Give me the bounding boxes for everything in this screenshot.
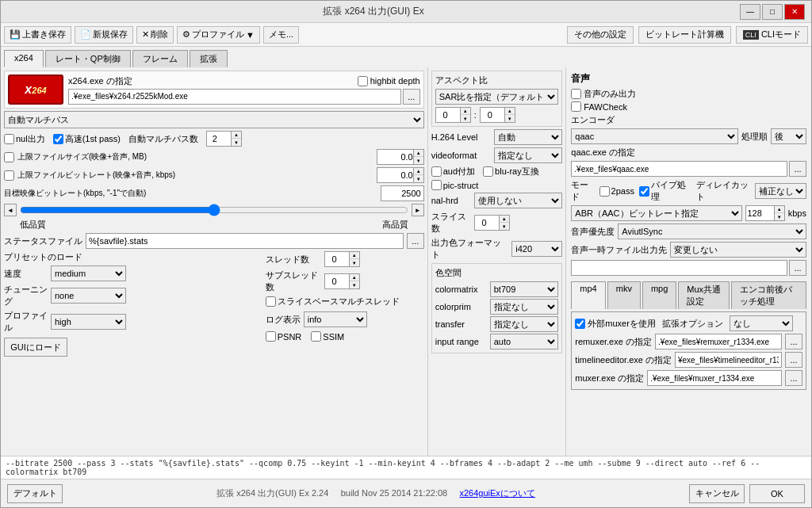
filesize-up-button[interactable]: ▲ — [414, 150, 423, 157]
bitrate-limit-input[interactable] — [377, 168, 413, 182]
filesize-down-button[interactable]: ▼ — [414, 157, 423, 164]
slices-input[interactable] — [475, 216, 499, 230]
aud-checkbox[interactable] — [431, 166, 442, 177]
fawcheck-checkbox[interactable] — [571, 101, 581, 112]
qaac-path-input[interactable] — [571, 161, 787, 177]
filesize-limit-input[interactable] — [377, 150, 413, 164]
tmpfile-browse-button[interactable]: ... — [789, 260, 806, 276]
inputrange-select[interactable]: auto — [490, 334, 559, 349]
minimize-button[interactable]: — — [740, 4, 760, 20]
kbps-down-button[interactable]: ▼ — [775, 213, 784, 220]
tab-rate-qp[interactable]: レート・QP制御 — [45, 50, 131, 67]
filesize-limit-checkbox[interactable] — [4, 152, 14, 162]
tuning-select[interactable]: none — [51, 288, 126, 304]
audio-only-checkbox[interactable] — [571, 89, 581, 99]
use-external-checkbox[interactable] — [575, 319, 585, 329]
thread-down-button[interactable]: ▼ — [350, 259, 359, 266]
subthread-down-button[interactable]: ▼ — [350, 281, 359, 288]
level-select[interactable]: 自動 — [494, 129, 563, 145]
subthread-up-button[interactable]: ▲ — [350, 274, 359, 281]
tab-extend[interactable]: 拡張 — [190, 50, 228, 67]
abr-select[interactable]: ABR（AAC）ビットレート指定 — [571, 205, 741, 221]
delay-select[interactable]: 補正なし — [755, 183, 806, 199]
stats-input[interactable] — [86, 233, 404, 249]
tab-mp4[interactable]: mp4 — [571, 281, 605, 309]
tab-mux-common[interactable]: Mux共通設定 — [678, 281, 730, 309]
other-settings-button[interactable]: その他の設定 — [567, 26, 634, 44]
pic-struct-checkbox[interactable] — [431, 180, 442, 190]
ssim-checkbox[interactable] — [311, 331, 321, 342]
profile-button[interactable]: ⚙ プロファイル ▼ — [177, 26, 260, 44]
slider-right-button[interactable]: ► — [412, 204, 424, 216]
sar-w-input[interactable] — [436, 108, 460, 122]
slider-left-button[interactable]: ◄ — [4, 204, 17, 216]
tab-mpg[interactable]: mpg — [642, 281, 676, 309]
sar-w-up-button[interactable]: ▲ — [461, 108, 470, 115]
maximize-button[interactable]: □ — [762, 4, 783, 20]
highbit-checkbox[interactable] — [358, 76, 368, 86]
tmpfile-path-input[interactable] — [571, 260, 787, 276]
tmpfile-select[interactable]: 変更しない — [670, 242, 806, 258]
bitrate-limit-down-button[interactable]: ▼ — [414, 175, 423, 182]
speed-select[interactable]: medium — [51, 265, 126, 281]
multipass-count-input[interactable] — [207, 132, 231, 146]
slicespace-checkbox[interactable] — [266, 296, 276, 307]
multipass-down-button[interactable]: ▼ — [232, 139, 241, 146]
psnr-checkbox[interactable] — [266, 331, 276, 342]
videoformat-select[interactable]: 指定なし — [494, 147, 563, 163]
muxer-browse-button[interactable]: ... — [785, 370, 802, 386]
timeline-path-input[interactable] — [675, 352, 782, 368]
extend-option-select[interactable]: なし — [730, 315, 793, 331]
default-button[interactable]: デフォルト — [7, 484, 63, 503]
qaac-browse-button[interactable]: ... — [789, 161, 806, 177]
target-bitrate-input[interactable] — [381, 185, 424, 201]
about-link[interactable]: x264guiExについて — [459, 488, 534, 498]
sar-select[interactable]: SAR比を指定（デフォルト） — [435, 89, 559, 105]
priority-select[interactable]: AviutlSync — [618, 223, 806, 239]
profile-select[interactable]: high — [51, 314, 126, 330]
tab-x264[interactable]: x264 — [4, 50, 44, 67]
delete-button[interactable]: ✕ 削除 — [136, 26, 174, 44]
ok-button[interactable]: OK — [749, 484, 805, 503]
tab-batch[interactable]: エンコ前後バッチ処理 — [731, 281, 806, 309]
sar-w-down-button[interactable]: ▼ — [461, 115, 470, 122]
new-save-button[interactable]: 📄 新規保存 — [75, 26, 133, 44]
remuxer-browse-button[interactable]: ... — [785, 334, 802, 349]
nul-output-checkbox[interactable] — [4, 134, 14, 144]
exe-path-input[interactable] — [68, 89, 401, 105]
stats-browse-button[interactable]: ... — [407, 233, 424, 249]
thread-input[interactable] — [325, 252, 349, 266]
colormatrix-select[interactable]: bt709 — [490, 281, 559, 297]
nal-hrd-select[interactable]: 使用しない — [474, 193, 563, 208]
slices-down-button[interactable]: ▼ — [500, 223, 509, 230]
tab-mkv[interactable]: mkv — [607, 281, 641, 309]
sar-h-input[interactable] — [481, 108, 504, 122]
tab-frame[interactable]: フレーム — [132, 50, 188, 67]
processing-select[interactable]: 後 — [771, 128, 806, 144]
bitrate-calc-button[interactable]: ビットレート計算機 — [638, 26, 731, 44]
kbps-up-button[interactable]: ▲ — [775, 206, 784, 213]
multipass-up-button[interactable]: ▲ — [232, 132, 241, 139]
multipass-select[interactable]: 自動マルチパス — [4, 111, 424, 128]
bluray-checkbox[interactable] — [483, 166, 493, 177]
sar-h-down-button[interactable]: ▼ — [505, 115, 515, 122]
memo-button[interactable]: メモ... — [263, 26, 299, 44]
fast-checkbox[interactable] — [53, 134, 63, 144]
kbps-input[interactable] — [746, 206, 774, 220]
twopass-checkbox[interactable] — [599, 186, 610, 197]
close-button[interactable]: ✕ — [784, 4, 805, 20]
colorprim-select[interactable]: 指定なし — [490, 299, 559, 315]
cli-mode-button[interactable]: CLI CLIモード — [736, 26, 808, 44]
cancel-button[interactable]: キャンセル — [689, 484, 745, 503]
exe-browse-button[interactable]: ... — [403, 89, 420, 105]
slices-up-button[interactable]: ▲ — [500, 216, 509, 223]
gui-load-button[interactable]: GUIにロード — [4, 338, 67, 357]
bitrate-limit-checkbox[interactable] — [4, 170, 14, 181]
subthread-input[interactable] — [325, 274, 349, 288]
log-select[interactable]: info — [304, 311, 367, 327]
quality-slider[interactable] — [20, 204, 408, 216]
pipe-checkbox[interactable] — [639, 186, 649, 197]
overwrite-save-button[interactable]: 💾 上書き保存 — [4, 26, 71, 44]
bitrate-limit-up-button[interactable]: ▲ — [414, 168, 423, 175]
thread-up-button[interactable]: ▲ — [350, 252, 359, 259]
